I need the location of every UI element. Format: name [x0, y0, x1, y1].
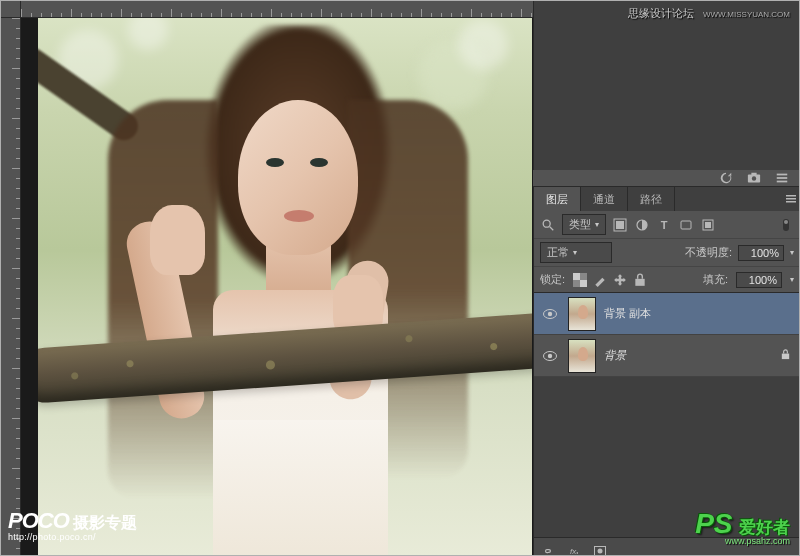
- missyuan-text: 思缘设计论坛: [628, 7, 694, 19]
- svg-line-10: [550, 226, 554, 230]
- filter-type-label: 类型: [569, 217, 591, 232]
- svg-rect-8: [786, 201, 796, 203]
- layer-row[interactable]: 背景 副本: [534, 293, 800, 335]
- psahz-watermark: PS 爱好者 www.psahz.com: [695, 508, 790, 546]
- panels-column: 图层 通道 路径 类型 ▾ T 正常 ▾: [533, 0, 800, 556]
- blend-mode-value: 正常: [547, 245, 569, 260]
- search-icon: [540, 217, 556, 233]
- svg-text:T: T: [661, 219, 668, 231]
- blend-opacity-row: 正常 ▾ 不透明度: 100% ▾: [534, 239, 800, 267]
- layer-filter-row: 类型 ▾ T: [534, 211, 800, 239]
- filter-type-select[interactable]: 类型 ▾: [562, 214, 606, 235]
- visibility-toggle[interactable]: [540, 309, 560, 319]
- svg-rect-23: [635, 278, 644, 285]
- filter-smartobject-icon[interactable]: [700, 217, 716, 233]
- svg-point-27: [548, 353, 552, 357]
- svg-point-31: [598, 548, 603, 553]
- filter-type-text-icon[interactable]: T: [656, 217, 672, 233]
- lock-all-icon[interactable]: [633, 273, 647, 287]
- canvas-area: POCO 摄影专题 http://photo.poco.cn/: [0, 0, 533, 556]
- camera-icon[interactable]: [746, 170, 762, 186]
- layer-name[interactable]: 背景 副本: [604, 306, 794, 321]
- svg-rect-2: [751, 173, 756, 176]
- svg-point-25: [548, 311, 552, 315]
- chevron-down-icon[interactable]: ▾: [790, 275, 794, 284]
- layer-style-icon[interactable]: fx: [566, 543, 582, 557]
- svg-rect-12: [616, 221, 624, 229]
- svg-rect-3: [777, 174, 788, 176]
- blend-mode-select[interactable]: 正常 ▾: [540, 242, 612, 263]
- tab-paths[interactable]: 路径: [628, 187, 675, 211]
- svg-point-1: [752, 176, 756, 180]
- visibility-toggle[interactable]: [540, 351, 560, 361]
- filter-adjustment-icon[interactable]: [634, 217, 650, 233]
- svg-rect-21: [573, 273, 580, 280]
- history-icon[interactable]: [718, 170, 734, 186]
- upper-panel-area: [533, 0, 800, 170]
- layer-row[interactable]: 背景: [534, 335, 800, 377]
- fill-input[interactable]: 100%: [736, 272, 782, 288]
- ruler-horizontal[interactable]: [21, 0, 533, 18]
- chevron-down-icon: ▾: [573, 248, 577, 257]
- layers-panel: 图层 通道 路径 类型 ▾ T 正常 ▾: [533, 187, 800, 556]
- svg-text:fx: fx: [570, 547, 577, 556]
- svg-rect-17: [705, 222, 711, 228]
- ruler-vertical[interactable]: [0, 18, 21, 556]
- opacity-label: 不透明度:: [685, 245, 732, 260]
- svg-rect-28: [782, 354, 789, 360]
- svg-rect-6: [786, 195, 796, 197]
- lock-pixels-icon[interactable]: [593, 273, 607, 287]
- ps-fan: 爱好者: [739, 518, 790, 537]
- svg-point-19: [784, 220, 788, 224]
- svg-rect-22: [580, 280, 587, 287]
- opacity-input[interactable]: 100%: [738, 245, 784, 261]
- lock-position-icon[interactable]: [613, 273, 627, 287]
- ruler-corner[interactable]: [0, 0, 21, 18]
- svg-rect-4: [777, 177, 788, 179]
- lock-label: 锁定:: [540, 272, 565, 287]
- svg-rect-5: [777, 181, 788, 183]
- layer-mask-icon[interactable]: [592, 543, 608, 557]
- link-layers-icon[interactable]: [540, 543, 556, 557]
- layers-list: 背景 副本 背景: [534, 293, 800, 537]
- poco-brand: POCO: [8, 508, 69, 534]
- document-image[interactable]: [38, 0, 532, 556]
- panel-tabs: 图层 通道 路径: [534, 187, 800, 211]
- lock-fill-row: 锁定: 填充: 100% ▾: [534, 267, 800, 293]
- filter-pixel-icon[interactable]: [612, 217, 628, 233]
- panel-icon-bar: [533, 170, 800, 187]
- chevron-down-icon[interactable]: ▾: [790, 248, 794, 257]
- tab-channels[interactable]: 通道: [581, 187, 628, 211]
- layer-thumbnail[interactable]: [568, 339, 596, 373]
- tab-layers[interactable]: 图层: [534, 187, 581, 211]
- svg-rect-15: [681, 221, 691, 229]
- chevron-down-icon: ▾: [595, 220, 599, 229]
- layer-name[interactable]: 背景: [604, 348, 772, 363]
- missyuan-watermark: 思缘设计论坛 WWW.MISSYUAN.COM: [628, 6, 790, 21]
- poco-watermark: POCO 摄影专题 http://photo.poco.cn/: [8, 508, 137, 542]
- lock-transparency-icon[interactable]: [573, 273, 587, 287]
- svg-rect-7: [786, 198, 796, 200]
- panel-menu-icon[interactable]: [782, 187, 800, 211]
- filter-shape-icon[interactable]: [678, 217, 694, 233]
- lock-icon: [780, 349, 794, 362]
- poco-topic: 摄影专题: [73, 513, 137, 534]
- filter-toggle-switch[interactable]: [778, 217, 794, 233]
- missyuan-url: WWW.MISSYUAN.COM: [703, 10, 790, 19]
- layer-thumbnail[interactable]: [568, 297, 596, 331]
- flyout-menu-icon[interactable]: [774, 170, 790, 186]
- svg-point-9: [543, 220, 550, 227]
- fill-label: 填充:: [703, 272, 728, 287]
